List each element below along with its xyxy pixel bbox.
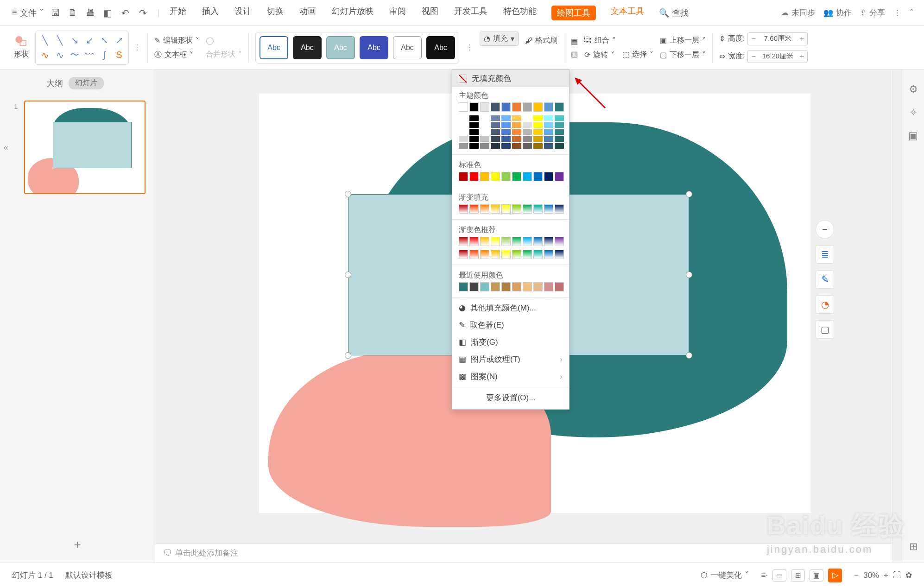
reading-view-icon[interactable]: ▣ [810, 569, 823, 582]
edit-shape-button[interactable]: ✎编辑形状˅ [154, 36, 199, 45]
fill-dropdown-button[interactable]: ◔填充▾ [480, 32, 519, 46]
color-swatch[interactable] [533, 204, 543, 214]
outline-tab[interactable]: 大纲 [46, 78, 63, 89]
curve-icon[interactable]: 〜 [68, 49, 81, 62]
tab-animation[interactable]: 动画 [298, 6, 317, 20]
color-swatch[interactable] [512, 136, 521, 142]
color-swatch[interactable] [501, 250, 511, 259]
color-swatch[interactable] [523, 204, 532, 214]
color-swatch[interactable] [501, 237, 511, 246]
plus-icon[interactable]: + [796, 35, 807, 43]
print-icon[interactable]: 🖶 [85, 8, 95, 18]
frame-icon[interactable]: ▢ [816, 320, 834, 339]
shapes-gallery-button[interactable]: 形状 [12, 34, 31, 62]
rotate-button[interactable]: ⟳旋转˅ [584, 50, 616, 60]
selection-handle[interactable] [345, 191, 351, 197]
color-swatch[interactable] [459, 136, 468, 142]
color-swatch[interactable] [480, 237, 489, 246]
line-icon[interactable]: ╲ [38, 34, 51, 47]
color-swatch[interactable] [523, 282, 532, 291]
color-swatch[interactable] [469, 115, 479, 121]
redo-icon[interactable]: ↷ [138, 8, 148, 18]
color-swatch[interactable] [544, 282, 553, 291]
slideshow-button[interactable]: ▷ [828, 569, 842, 582]
color-swatch[interactable] [523, 237, 532, 246]
selection-handle[interactable] [686, 191, 692, 197]
color-swatch[interactable] [480, 204, 489, 214]
color-swatch[interactable] [533, 136, 543, 142]
color-swatch[interactable] [469, 102, 479, 112]
color-swatch[interactable] [512, 115, 521, 121]
curve-icon[interactable]: ∿ [38, 49, 51, 62]
color-swatch[interactable] [469, 237, 479, 246]
tab-text-tools[interactable]: 文本工具 [610, 6, 645, 20]
color-swatch[interactable] [501, 172, 511, 181]
collapse-tools-icon[interactable]: − [816, 220, 834, 239]
selection-handle[interactable] [345, 352, 351, 359]
color-swatch[interactable] [512, 143, 521, 149]
beautify-button[interactable]: ⬡一键美化˅ [701, 570, 749, 581]
color-swatch[interactable] [480, 172, 489, 181]
sparkle-rail-icon[interactable]: ✧ [909, 107, 918, 119]
notes-view-icon[interactable]: ≡· [761, 571, 768, 580]
style-preset[interactable]: Abc [259, 36, 288, 59]
color-swatch[interactable] [469, 122, 479, 128]
color-swatch[interactable] [501, 204, 511, 214]
color-swatch[interactable] [491, 237, 500, 246]
style-preset[interactable]: Abc [293, 36, 322, 59]
undo-icon[interactable]: ↶ [120, 8, 131, 18]
color-swatch[interactable] [480, 122, 489, 128]
line-icon[interactable]: ⤡ [98, 34, 111, 47]
color-swatch[interactable] [491, 172, 500, 181]
tab-transition[interactable]: 切换 [266, 6, 285, 20]
color-swatch[interactable] [544, 129, 553, 135]
color-swatch[interactable] [480, 102, 489, 112]
color-swatch[interactable] [544, 102, 553, 112]
color-swatch[interactable] [501, 143, 511, 149]
format-painter-button[interactable]: 🖌格式刷 [525, 36, 557, 45]
plus-icon[interactable]: + [796, 52, 807, 61]
shape-style-gallery[interactable]: Abc Abc Abc Abc Abc Abc [255, 32, 459, 63]
color-swatch[interactable] [459, 237, 468, 246]
fill-icon[interactable]: ◔ [816, 295, 834, 314]
color-swatch[interactable] [523, 122, 532, 128]
select-button[interactable]: ⬚选择˅ [622, 50, 653, 59]
color-swatch[interactable] [491, 143, 500, 149]
collapse-panel-icon[interactable]: « [4, 143, 8, 152]
add-slide-button[interactable]: + [0, 527, 155, 562]
bring-forward-button[interactable]: ▣上移一层˅ [660, 36, 706, 45]
tab-view[interactable]: 视图 [421, 6, 439, 20]
height-input[interactable]: −7.60厘米+ [747, 32, 808, 45]
tab-review[interactable]: 审阅 [388, 6, 407, 20]
color-swatch[interactable] [469, 282, 479, 291]
color-swatch[interactable] [523, 172, 532, 181]
color-swatch[interactable] [555, 115, 564, 121]
color-swatch[interactable] [469, 204, 479, 214]
color-swatch[interactable] [512, 204, 521, 214]
width-input[interactable]: −16.20厘米+ [747, 50, 808, 63]
color-swatch[interactable] [491, 136, 500, 142]
color-swatch[interactable] [469, 136, 479, 142]
color-swatch[interactable] [459, 250, 468, 259]
color-swatch[interactable] [544, 237, 553, 246]
color-swatch[interactable] [533, 237, 543, 246]
color-swatch[interactable] [512, 237, 521, 246]
canvas[interactable]: 无填充颜色 主题颜色 标准色 渐变填充 渐变色推荐 最近使用颜色 ◕其他填充颜色… [155, 70, 924, 562]
selection-handle[interactable] [686, 272, 692, 278]
notes-bar[interactable]: 🗨 单击此处添加备注 [155, 544, 892, 562]
color-swatch[interactable] [523, 102, 532, 112]
send-backward-button[interactable]: ▢下移一层˅ [660, 50, 706, 60]
color-swatch[interactable] [523, 129, 532, 135]
tab-drawing-tools[interactable]: 绘图工具 [551, 6, 596, 20]
color-swatch[interactable] [555, 282, 564, 291]
color-swatch[interactable] [523, 136, 532, 142]
fit-icon[interactable]: ⛶ [893, 571, 901, 580]
color-swatch[interactable] [491, 250, 500, 259]
share-button[interactable]: ⇪分享 [860, 7, 885, 18]
color-swatch[interactable] [480, 136, 489, 142]
color-swatch[interactable] [491, 282, 500, 291]
color-swatch[interactable] [555, 122, 564, 128]
more-icon[interactable]: ⋮ [893, 8, 901, 18]
tab-insert[interactable]: 插入 [201, 6, 220, 20]
color-swatch[interactable] [469, 143, 479, 149]
